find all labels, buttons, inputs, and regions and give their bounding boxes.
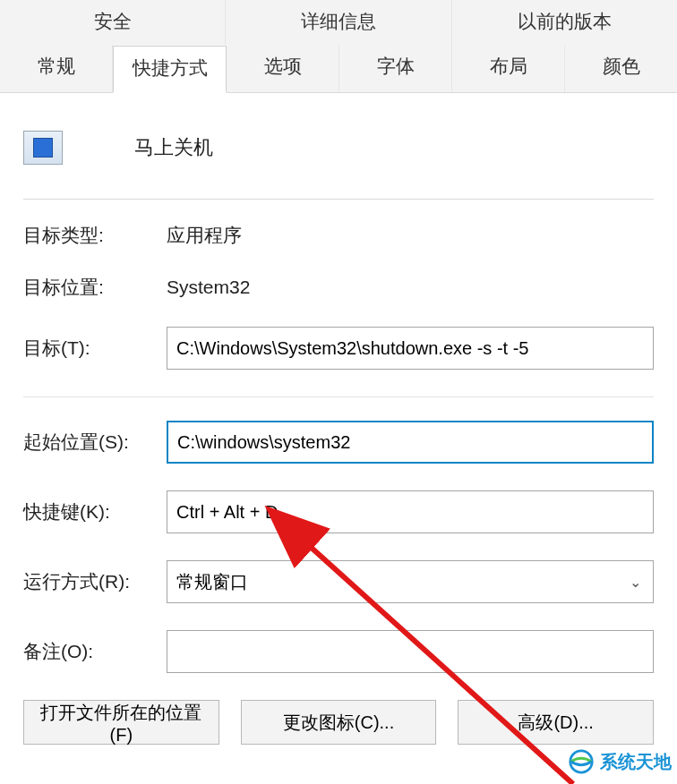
open-file-location-button[interactable]: 打开文件所在的位置(F) [23, 700, 219, 745]
tab-general[interactable]: 常规 [0, 45, 113, 92]
tab-details[interactable]: 详细信息 [226, 0, 451, 45]
tab-shortcut[interactable]: 快捷方式 [113, 46, 227, 93]
row-target-type: 目标类型: 应用程序 [23, 223, 654, 248]
tab-font[interactable]: 字体 [339, 45, 452, 92]
shortcut-icon-inner [33, 138, 53, 158]
change-icon-button[interactable]: 更改图标(C)... [241, 700, 437, 745]
divider [23, 199, 654, 200]
shortcut-header: 马上关机 [23, 131, 654, 165]
label-target: 目标(T): [23, 336, 167, 361]
row-start-in: 起始位置(S): [23, 421, 654, 464]
tab-strip: 安全 详细信息 以前的版本 常规 快捷方式 选项 字体 布局 颜色 [0, 0, 677, 93]
tab-row-2: 常规 快捷方式 选项 字体 布局 颜色 [0, 45, 677, 93]
watermark-text: 系统天地 [600, 750, 672, 774]
button-row: 打开文件所在的位置(F) 更改图标(C)... 高级(D)... [23, 700, 654, 745]
input-start-in[interactable] [167, 421, 654, 464]
label-shortcut-key: 快捷键(K): [23, 499, 167, 524]
shortcut-name: 马上关机 [134, 134, 213, 161]
input-comment[interactable] [167, 630, 654, 673]
label-target-location: 目标位置: [23, 275, 167, 300]
row-run: 运行方式(R): 常规窗口 ⌄ [23, 560, 654, 603]
input-target[interactable] [167, 327, 654, 370]
tab-security[interactable]: 安全 [0, 0, 226, 45]
value-target-type: 应用程序 [167, 223, 242, 248]
select-run-wrap: 常规窗口 ⌄ [167, 560, 654, 603]
tab-previous-versions[interactable]: 以前的版本 [452, 0, 677, 45]
label-run: 运行方式(R): [23, 569, 167, 594]
row-target-location: 目标位置: System32 [23, 275, 654, 300]
tab-row-1: 安全 详细信息 以前的版本 [0, 0, 677, 45]
watermark: 系统天地 [568, 748, 672, 775]
label-comment: 备注(O): [23, 639, 167, 664]
advanced-button[interactable]: 高级(D)... [458, 700, 654, 745]
value-target-location: System32 [167, 277, 250, 298]
input-shortcut-key[interactable] [167, 490, 654, 533]
shortcut-tab-content: 马上关机 目标类型: 应用程序 目标位置: System32 目标(T): 起始… [0, 93, 677, 745]
label-start-in: 起始位置(S): [23, 430, 167, 455]
row-target: 目标(T): [23, 327, 654, 370]
divider [23, 396, 654, 397]
tab-layout[interactable]: 布局 [452, 45, 565, 92]
select-run[interactable]: 常规窗口 [167, 560, 654, 603]
shortcut-icon [23, 131, 63, 165]
globe-icon [568, 748, 595, 775]
tab-colors[interactable]: 颜色 [565, 45, 677, 92]
row-comment: 备注(O): [23, 630, 654, 673]
row-shortcut-key: 快捷键(K): [23, 490, 654, 533]
tab-options[interactable]: 选项 [227, 45, 339, 92]
label-target-type: 目标类型: [23, 223, 167, 248]
properties-dialog: 安全 详细信息 以前的版本 常规 快捷方式 选项 字体 布局 颜色 马上关机 目… [0, 0, 677, 784]
svg-point-2 [570, 751, 592, 772]
